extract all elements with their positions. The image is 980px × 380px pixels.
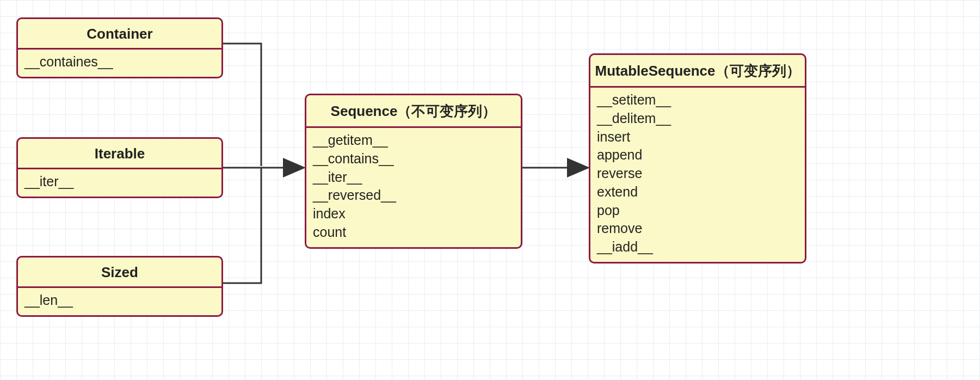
method-item: count xyxy=(313,223,514,242)
class-title-iterable: Iterable xyxy=(18,139,221,169)
class-title-sized: Sized xyxy=(18,258,221,288)
method-item: __setitem__ xyxy=(597,91,798,109)
method-item: insert xyxy=(597,128,798,146)
method-item: pop xyxy=(597,201,798,220)
method-item: __delitem__ xyxy=(597,109,798,128)
class-body-mutable: __setitem__ __delitem__ insert append re… xyxy=(590,88,805,262)
method-item: __len__ xyxy=(24,291,215,310)
class-box-container: Container __containes__ xyxy=(16,17,223,78)
method-item: index xyxy=(313,205,514,223)
method-item: extend xyxy=(597,183,798,201)
class-box-iterable: Iterable __iter__ xyxy=(16,137,223,198)
class-body-sized: __len__ xyxy=(18,288,221,315)
method-item: remove xyxy=(597,219,798,238)
method-item: __contains__ xyxy=(313,150,514,168)
class-body-iterable: __iter__ xyxy=(18,169,221,197)
method-item: append xyxy=(597,146,798,164)
class-body-sequence: __getitem__ __contains__ __iter__ __reve… xyxy=(306,128,521,247)
class-box-sequence: Sequence（不可变序列） __getitem__ __contains__… xyxy=(305,94,522,249)
method-item: __reversed__ xyxy=(313,186,514,205)
class-title-mutable: MutableSequence（可变序列） xyxy=(590,55,805,88)
class-title-container: Container xyxy=(18,19,221,50)
method-item: __iadd__ xyxy=(597,238,798,256)
class-box-mutable: MutableSequence（可变序列） __setitem__ __deli… xyxy=(589,53,806,263)
method-item: __containes__ xyxy=(24,53,215,71)
method-item: __getitem__ xyxy=(313,131,514,150)
class-body-container: __containes__ xyxy=(18,50,221,77)
class-title-sequence: Sequence（不可变序列） xyxy=(306,95,521,128)
method-item: reverse xyxy=(597,164,798,183)
method-item: __iter__ xyxy=(24,173,215,191)
method-item: __iter__ xyxy=(313,168,514,187)
class-box-sized: Sized __len__ xyxy=(16,256,223,317)
